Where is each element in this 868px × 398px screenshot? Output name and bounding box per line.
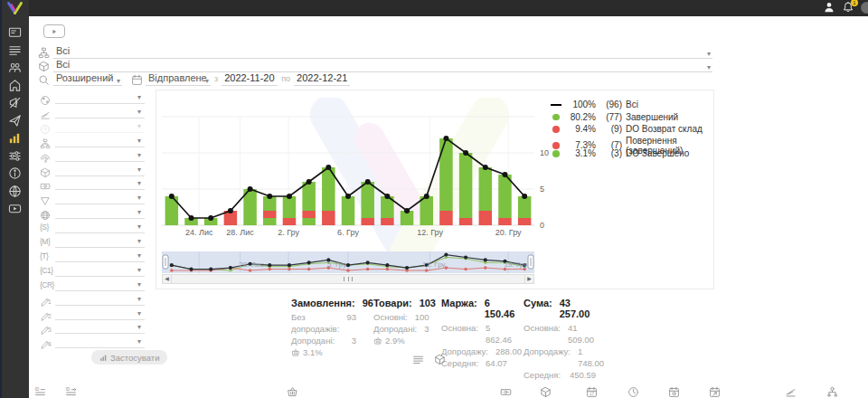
chevron-down-icon[interactable]: ▾: [137, 166, 141, 174]
list-icon[interactable]: [8, 43, 22, 57]
nav-handle-left[interactable]: [163, 255, 168, 269]
filter-select-field[interactable]: [55, 333, 145, 334]
filter-row-sitemap: ▾: [40, 136, 145, 149]
sliders-icon[interactable]: [8, 149, 22, 163]
id-o-lines-icon[interactable]: ID: [65, 385, 77, 397]
legend-item[interactable]: 100%(96)Всі: [551, 99, 713, 111]
filter-select-field[interactable]: [55, 175, 145, 176]
clock-icon[interactable]: [627, 385, 639, 397]
filter-select-field[interactable]: [55, 218, 145, 219]
chevron-down-icon[interactable]: ▾: [137, 122, 141, 130]
ramp-icon[interactable]: [785, 385, 797, 397]
legend-pct: 100%: [566, 100, 599, 109]
chevron-down-icon[interactable]: ▾: [137, 151, 141, 159]
filter-row-globe-grid: ▾: [40, 207, 145, 221]
user-icon[interactable]: [823, 1, 835, 14]
scroll-right-icon[interactable]: ▶: [524, 275, 533, 283]
filter-select-field[interactable]: [55, 232, 145, 233]
legend-label: DO Завершено: [626, 148, 713, 158]
filter-select-field[interactable]: [55, 189, 145, 190]
view-toggle-cube-icon[interactable]: [434, 353, 446, 365]
date-type-select[interactable]: Відправлене▾: [146, 71, 211, 86]
filter-select-field[interactable]: [55, 305, 145, 306]
token-label: {M}: [40, 237, 50, 246]
globe-translate-icon[interactable]: [8, 185, 22, 198]
chevron-down-icon[interactable]: ▾: [137, 280, 141, 289]
cube-icon[interactable]: [540, 385, 552, 397]
banknote-icon[interactable]: [500, 385, 512, 397]
status-group-field[interactable]: Всі▾: [53, 44, 712, 59]
chevron-down-icon[interactable]: ▾: [205, 74, 209, 88]
chevron-down-icon[interactable]: ▾: [137, 208, 141, 216]
stat-sub-label: Допродані:: [291, 335, 335, 346]
chevron-down-icon[interactable]: ▾: [137, 295, 141, 303]
users-icon[interactable]: [8, 61, 22, 74]
date-to-label: по: [281, 74, 290, 83]
chevron-down-icon[interactable]: ▾: [137, 266, 141, 274]
filter-select-field[interactable]: [55, 347, 145, 348]
filter-select-field[interactable]: [55, 161, 145, 162]
stat-badge-value: 2.9%: [385, 336, 405, 346]
funnel-icon: [40, 194, 51, 204]
video-icon[interactable]: [8, 202, 22, 215]
paper-plane-icon[interactable]: [8, 114, 22, 128]
chevron-down-icon[interactable]: ▾: [137, 237, 141, 245]
date-to-input[interactable]: 2022-12-21: [294, 71, 350, 86]
filter-select-field[interactable]: [55, 204, 145, 204]
legend-item[interactable]: 3.1%(3)DO Завершено: [551, 147, 713, 160]
bell-icon[interactable]: 1: [842, 1, 854, 14]
id-lines-icon[interactable]: ID: [34, 385, 46, 397]
filter-select-field[interactable]: [55, 118, 145, 118]
avatar[interactable]: [861, 2, 868, 14]
filter-select-field[interactable]: [55, 276, 145, 277]
chevron-down-icon[interactable]: ▾: [137, 223, 141, 231]
chart-scrollbar[interactable]: ◀ ▶: [162, 274, 534, 284]
info-icon[interactable]: [8, 166, 22, 180]
card-image-icon[interactable]: [8, 25, 22, 39]
chevron-down-icon[interactable]: ▾: [137, 93, 141, 101]
chevron-down-icon[interactable]: ▾: [137, 337, 141, 346]
apply-button[interactable]: Застосувати: [91, 350, 167, 365]
product-field[interactable]: Всі▾: [53, 58, 712, 72]
chevron-down-icon[interactable]: ▾: [137, 108, 141, 116]
calendar-17-icon[interactable]: 17: [586, 385, 598, 397]
network-home-icon[interactable]: [8, 79, 22, 92]
chart-navigator[interactable]: 28. Лис5. Гру12. Гру19. Гру: [162, 251, 534, 273]
sitemap-icon: [40, 137, 51, 147]
filter-select-field[interactable]: [55, 147, 145, 147]
video-help-button[interactable]: [43, 24, 65, 38]
filter-select-field[interactable]: [55, 247, 145, 248]
view-toggle-list-icon[interactable]: [412, 353, 424, 365]
filter-select-field[interactable]: [55, 319, 145, 320]
legend-item[interactable]: 80.2%(77)Завершений: [551, 111, 713, 124]
legend-item[interactable]: 7.3%(7)Повернення (завершений): [551, 136, 713, 148]
scrollbar-grip[interactable]: [344, 277, 353, 281]
hierarchy-person-icon[interactable]: [826, 385, 838, 397]
svg-text:17: 17: [590, 392, 594, 396]
filter-select-field[interactable]: [55, 261, 145, 262]
chevron-down-icon[interactable]: ▾: [117, 74, 120, 88]
legend-item[interactable]: 9.4%(9)DO Возврат склад: [551, 123, 713, 136]
basket-icon[interactable]: [287, 385, 298, 397]
chevron-down-icon[interactable]: ▾: [137, 194, 141, 202]
stat-sub-value: 41 509.00: [568, 322, 596, 346]
search-mode-select[interactable]: Розширений▾: [53, 71, 122, 86]
stat-column: Замовлення:96Без допродажів:93Допродані:…: [291, 298, 356, 381]
chevron-down-icon[interactable]: ▾: [137, 179, 141, 187]
scroll-left-icon[interactable]: ◀: [163, 275, 172, 283]
app-window: 1 Всі▾ Всі▾ Розширений▾ Відп: [0, 0, 868, 398]
filter-select-field[interactable]: [55, 103, 145, 104]
chevron-down-icon[interactable]: ▾: [137, 323, 141, 331]
date-from-input[interactable]: 2022-11-20: [222, 71, 278, 86]
filter-select-field[interactable]: [55, 132, 145, 133]
chevron-down-icon[interactable]: ▾: [137, 251, 141, 260]
nav-handle-right[interactable]: [528, 255, 533, 269]
calendar-arrow-icon[interactable]: [709, 385, 721, 397]
chevron-down-icon[interactable]: ▾: [137, 309, 141, 317]
chevron-down-icon[interactable]: ▾: [137, 137, 141, 145]
calendar-coin-icon[interactable]: [668, 385, 680, 397]
chart-bars-icon[interactable]: [8, 131, 22, 145]
filter-select-field[interactable]: [55, 290, 145, 291]
filter-row-token: {C1}▾: [40, 265, 145, 279]
megaphone-off-icon[interactable]: [8, 96, 22, 109]
